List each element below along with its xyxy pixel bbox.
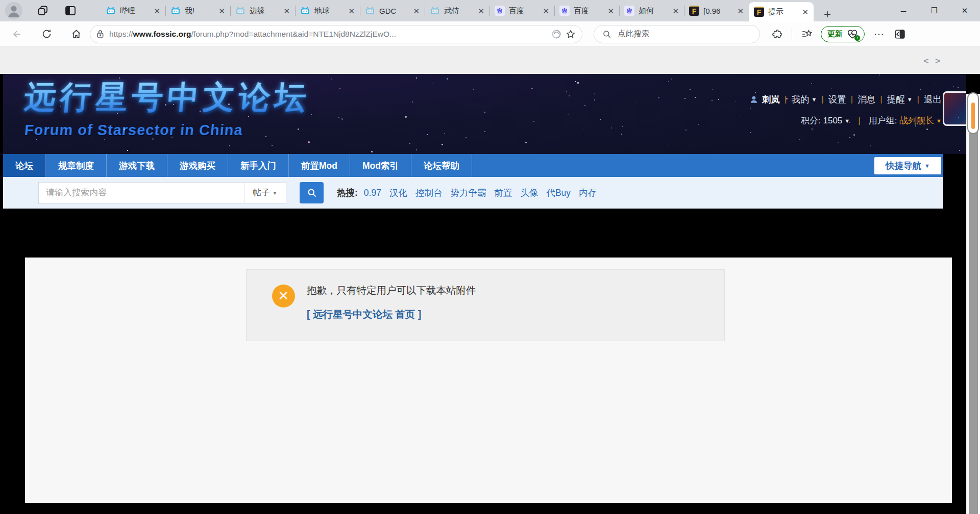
tab-close-icon[interactable]: ✕ <box>476 7 486 15</box>
forum-search-input[interactable] <box>39 188 244 198</box>
star-decoration <box>812 128 813 130</box>
star-decoration <box>594 93 595 94</box>
refresh-button[interactable] <box>37 24 56 44</box>
settings-more-icon[interactable]: ⋯ <box>874 28 885 40</box>
favorites-icon[interactable] <box>797 24 817 44</box>
menu-caret-icon: ▼ <box>907 96 913 102</box>
star-decoration <box>577 82 579 84</box>
browser-update-button[interactable]: 更新 ! <box>821 26 865 42</box>
tab-close-icon[interactable]: ✕ <box>735 7 746 15</box>
star-decoration <box>611 127 612 128</box>
maximize-button[interactable]: ❐ <box>919 0 949 21</box>
browser-tab-1[interactable]: 哔哩✕ <box>101 0 165 21</box>
user-menu-item[interactable]: 设置 <box>828 93 846 106</box>
minimize-button[interactable]: ─ <box>888 0 919 21</box>
browser-tab-4[interactable]: 地球✕ <box>295 0 360 21</box>
star-decoration <box>838 142 839 143</box>
usergroup-value[interactable]: 战列舰长 <box>899 115 934 126</box>
nav-item-3[interactable]: 游戏下载 <box>107 154 167 177</box>
star-decoration <box>621 134 622 135</box>
forum-search-button[interactable] <box>300 182 324 203</box>
forum-home-link[interactable]: [ 远行星号中文论坛 首页 ] <box>307 307 421 321</box>
page-width-toggle[interactable]: < > <box>923 56 942 66</box>
browser-tab-8[interactable]: du百度✕ <box>554 0 619 21</box>
star-decoration <box>879 74 880 75</box>
star-decoration <box>442 144 443 145</box>
hot-search-word[interactable]: 汉化 <box>389 188 407 198</box>
star-decoration <box>849 137 850 138</box>
fossic-favicon: F <box>689 6 699 16</box>
tab-close-icon[interactable]: ✕ <box>346 7 357 15</box>
tab-label: 如何 <box>639 6 670 16</box>
scrollbar-thumb[interactable] <box>969 118 978 514</box>
star-decoration <box>671 79 672 80</box>
star-decoration <box>60 106 61 107</box>
star-decoration <box>690 89 691 90</box>
nav-item-6[interactable]: 前置Mod <box>289 154 350 177</box>
star-decoration <box>695 97 696 98</box>
back-button[interactable] <box>7 24 27 44</box>
browser-tab-3[interactable]: 边缘✕ <box>230 0 295 21</box>
quick-search-box[interactable]: 点此搜索 <box>594 25 760 43</box>
nav-item-2[interactable]: 规章制度 <box>46 154 107 177</box>
user-menu-item[interactable]: 消息 <box>857 93 875 106</box>
points-value[interactable]: 1505 <box>823 116 843 126</box>
star-decoration <box>484 112 485 113</box>
tab-close-icon[interactable]: ✕ <box>541 7 551 15</box>
nav-item-8[interactable]: 论坛帮助 <box>411 154 472 177</box>
browser-window: 哔哩✕我!✕边缘✕地球✕GDC✕武侍✕du百度✕du百度✕du如何✕F[0.96… <box>0 0 980 514</box>
search-type-selector[interactable]: 帖子▼ <box>244 182 286 204</box>
hot-search-word[interactable]: 前置 <box>494 188 512 198</box>
browser-tab-2[interactable]: 我!✕ <box>165 0 230 21</box>
browser-tab-11[interactable]: F提示✕ <box>749 2 814 21</box>
tab-label: 提示 <box>768 7 800 17</box>
tab-close-icon[interactable]: ✕ <box>800 8 811 16</box>
user-menu-item[interactable]: 退出 <box>924 93 942 106</box>
star-decoration <box>712 100 713 101</box>
home-button[interactable] <box>66 24 86 44</box>
hot-search-word[interactable]: 0.97 <box>364 188 381 198</box>
hot-search-word[interactable]: 控制台 <box>415 188 443 198</box>
tab-close-icon[interactable]: ✕ <box>605 7 616 15</box>
sidebar-toggle-icon[interactable] <box>890 24 910 44</box>
add-favorite-star-icon[interactable] <box>566 29 576 39</box>
star-decoration <box>712 89 713 90</box>
nav-item-4[interactable]: 游戏购买 <box>167 154 228 177</box>
user-menu-item[interactable]: 我的 <box>792 93 810 106</box>
hot-search-word[interactable]: 代Buy <box>546 188 571 198</box>
username[interactable]: 刺岚 <box>762 93 780 106</box>
browser-tab-7[interactable]: du百度✕ <box>489 0 554 21</box>
browser-tab-6[interactable]: 武侍✕ <box>425 0 489 21</box>
browser-tab-5[interactable]: GDC✕ <box>360 0 425 21</box>
user-avatar[interactable] <box>943 91 966 126</box>
nav-item-1[interactable]: 论坛 <box>3 154 46 177</box>
new-tab-button[interactable]: + <box>820 7 835 21</box>
hot-search-word[interactable]: 势力争霸 <box>450 188 486 198</box>
star-decoration <box>736 101 736 102</box>
tab-close-icon[interactable]: ✕ <box>216 7 227 15</box>
star-decoration <box>635 102 635 103</box>
quick-nav-button[interactable]: 快捷导航▼ <box>874 157 941 174</box>
forum-logo[interactable]: 远行星号中文论坛 Forum of Starsector in China <box>24 76 310 139</box>
address-bar[interactable]: https://www.fossic.org/forum.php?mod=att… <box>90 25 582 43</box>
browser-profile-button[interactable] <box>5 2 22 19</box>
browser-tab-10[interactable]: F[0.96✕ <box>684 0 749 21</box>
browser-essentials-icon[interactable] <box>551 29 561 39</box>
nav-item-7[interactable]: Mod索引 <box>350 154 411 177</box>
browser-tab-9[interactable]: du如何✕ <box>619 0 684 21</box>
hot-search-word[interactable]: 头像 <box>520 188 538 198</box>
content-panel: ✕ 抱歉，只有特定用户可以下载本站附件 [ 远行星号中文论坛 首页 ] <box>25 258 952 503</box>
extensions-icon[interactable] <box>767 24 787 44</box>
tab-close-icon[interactable]: ✕ <box>411 7 422 15</box>
star-decoration <box>557 91 557 92</box>
tab-actions-menu-icon[interactable] <box>64 5 77 16</box>
workspaces-icon[interactable] <box>37 5 49 17</box>
nav-item-5[interactable]: 新手入门 <box>228 154 289 177</box>
tab-close-icon[interactable]: ✕ <box>670 7 681 15</box>
close-window-button[interactable]: ✕ <box>949 0 980 21</box>
hot-search-word[interactable]: 内存 <box>579 188 597 198</box>
tab-close-icon[interactable]: ✕ <box>281 7 292 15</box>
forum-search-box: 帖子▼ <box>38 182 286 204</box>
user-menu-item[interactable]: 提醒 <box>887 93 905 106</box>
tab-close-icon[interactable]: ✕ <box>152 7 162 15</box>
